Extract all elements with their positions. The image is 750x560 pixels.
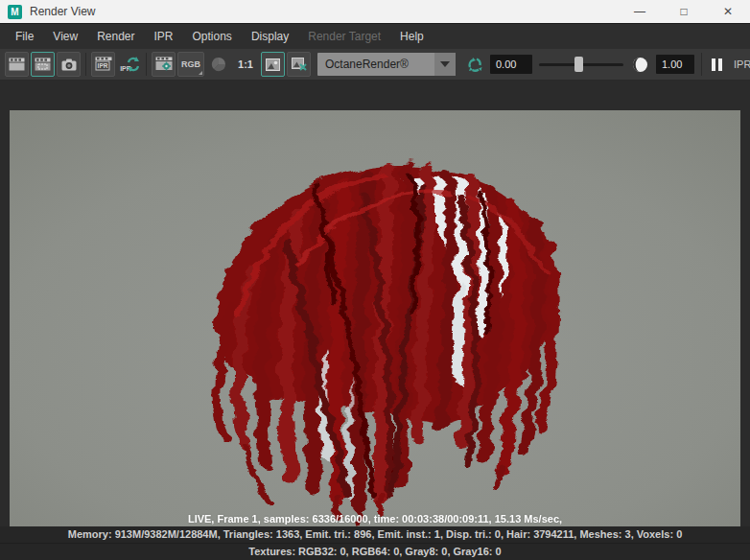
ipr-render-icon: IPR: [95, 57, 112, 72]
menu-file[interactable]: File: [6, 24, 43, 49]
real-size-label: 1:1: [238, 58, 253, 70]
menu-options[interactable]: Options: [183, 24, 242, 49]
window-controls: — □ ✕: [618, 0, 750, 23]
menu-view[interactable]: View: [43, 24, 87, 49]
gamma-field[interactable]: 1.00: [656, 55, 694, 74]
exposure-field[interactable]: 0.00: [490, 55, 532, 74]
gamma-value: 1.00: [662, 58, 682, 70]
corner-more-indicator-icon: [199, 71, 202, 75]
render-button[interactable]: [5, 52, 29, 77]
toolbar-separator: [146, 53, 147, 76]
rgb-channels-label: RGB: [181, 59, 200, 69]
render-settings-button[interactable]: [152, 52, 176, 77]
titlebar: M Render View — □ ✕: [0, 0, 750, 24]
exposure-slider-handle[interactable]: [574, 57, 583, 72]
contrast-icon: [632, 57, 648, 73]
textures-statusbar: Textures: RGB32: 0, RGB64: 0, Gray8: 0, …: [0, 543, 750, 560]
snapshot-icon: [61, 58, 77, 71]
render-live-status: LIVE, Frame 1, samples: 6336/16000, time…: [10, 513, 740, 525]
exposure-value: 0.00: [496, 58, 516, 70]
renderer-select[interactable]: OctaneRender®: [317, 53, 456, 76]
refresh-render-button[interactable]: [462, 52, 486, 77]
menu-ipr[interactable]: IPR: [145, 24, 183, 49]
minimize-button[interactable]: —: [618, 0, 662, 23]
remove-image-button[interactable]: [287, 52, 311, 77]
pause-icon: [712, 58, 715, 71]
exposure-slider[interactable]: [539, 55, 623, 74]
close-button[interactable]: ✕: [706, 0, 750, 23]
refresh-render-icon: [466, 56, 483, 73]
menu-display[interactable]: Display: [242, 24, 298, 49]
svg-text:IPR: IPR: [97, 62, 107, 69]
chevron-down-icon: [440, 61, 450, 67]
ipr-render-button[interactable]: IPR: [91, 52, 115, 77]
window-title: Render View: [30, 5, 95, 18]
real-size-button[interactable]: 1:1: [232, 52, 259, 77]
hair-render: [215, 165, 558, 519]
render-region-icon: [35, 58, 51, 71]
keep-image-button[interactable]: [261, 52, 285, 77]
rendered-image: [10, 110, 740, 526]
ipr-memory-label: IPR: 0MB: [734, 58, 750, 70]
ipr-update-icon: IPR: [119, 55, 140, 74]
toolbar-separator: [701, 53, 702, 76]
menu-render-target: Render Target: [298, 24, 390, 49]
render-image-view[interactable]: LIVE, Frame 1, samples: 6336/16000, time…: [10, 110, 740, 526]
alpha-channel-icon: [211, 57, 226, 72]
ipr-update-button[interactable]: IPR: [117, 52, 141, 77]
toolbar-separator: [85, 53, 86, 76]
remove-image-icon: [292, 58, 307, 71]
render-view-window: M Render View — □ ✕ File View Render IPR…: [0, 0, 750, 560]
toolbar: IPR IPR: [0, 49, 750, 81]
pause-icon: [718, 58, 722, 71]
contrast-button[interactable]: [628, 52, 652, 77]
maximize-button[interactable]: □: [662, 0, 706, 23]
pause-ipr-button[interactable]: [712, 58, 722, 71]
render-icon: [9, 58, 25, 71]
rgb-channels-button[interactable]: RGB: [177, 52, 204, 77]
menubar: File View Render IPR Options Display Ren…: [0, 24, 750, 49]
render-region-button[interactable]: [31, 52, 55, 77]
memory-statusbar: Memory: 913M/9382M/12884M, Triangles: 13…: [0, 526, 750, 543]
maya-app-icon: M: [8, 5, 22, 19]
alpha-channel-button[interactable]: [206, 52, 230, 77]
menu-help[interactable]: Help: [390, 24, 434, 49]
renderer-select-arrow[interactable]: [434, 53, 456, 76]
snapshot-button[interactable]: [57, 52, 81, 77]
keep-image-icon: [266, 58, 280, 71]
render-settings-icon: [155, 57, 173, 72]
renderer-selected-value: OctaneRender®: [317, 58, 434, 71]
menu-render[interactable]: Render: [87, 24, 144, 49]
